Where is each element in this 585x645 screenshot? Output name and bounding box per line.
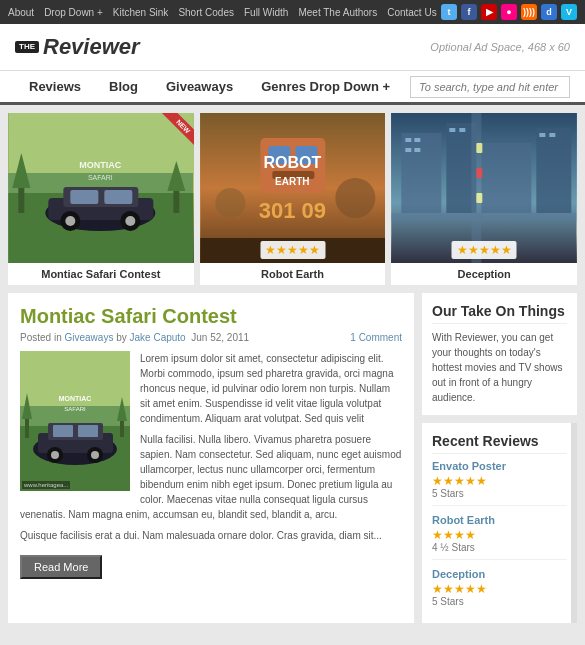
logo-text: Reviewer	[43, 34, 140, 60]
nav-search	[410, 76, 570, 98]
flickr-icon[interactable]: ●	[501, 4, 517, 20]
stars-display-robot: ★★★★★	[265, 243, 320, 257]
review-rating-2: 5 Stars	[432, 596, 567, 607]
content-area: MONTIAC SAFARI NEW Montiac Safari Contes…	[0, 105, 585, 631]
review-title-1[interactable]: Robot Earth	[432, 514, 567, 526]
topbar-link-about[interactable]: About	[8, 7, 34, 18]
logo-area: THE Reviewer	[15, 34, 140, 60]
card-stars-deception: ★★★★★	[452, 241, 517, 259]
social-icons: t f ▶ ● )))) d V	[441, 4, 577, 20]
post-body-p3: Quisque facilisis erat a dui. Nam malesu…	[20, 528, 402, 543]
topbar-link-authors[interactable]: Meet The Authors	[298, 7, 377, 18]
svg-rect-34	[392, 213, 577, 221]
review-title-2[interactable]: Deception	[432, 568, 567, 580]
rss-icon[interactable]: ))))	[521, 4, 537, 20]
nav-genres[interactable]: Genres Drop Down +	[247, 71, 404, 105]
read-more-button[interactable]: Read More	[20, 555, 102, 579]
svg-rect-43	[450, 128, 456, 132]
svg-rect-61	[25, 416, 29, 438]
nav-blog[interactable]: Blog	[95, 71, 152, 105]
main-nav: Reviews Blog Giveaways Genres Drop Down …	[0, 71, 585, 105]
svg-point-28	[335, 178, 375, 218]
topbar-link-contact[interactable]: Contact Us	[387, 7, 436, 18]
post-author-link[interactable]: Jake Caputo	[130, 332, 186, 343]
svg-rect-16	[173, 188, 179, 213]
post-image: MONTIAC SAFARI www.heritagea...	[20, 351, 130, 491]
search-input[interactable]	[410, 76, 570, 98]
site-header: THE Reviewer Optional Ad Space, 468 x 60	[0, 24, 585, 71]
svg-rect-38	[477, 193, 483, 203]
post-image-watermark: www.heritagea...	[22, 481, 70, 489]
svg-point-58	[91, 451, 99, 459]
blog-main: Montiac Safari Contest Posted in Giveawa…	[8, 293, 414, 623]
blog-section: Montiac Safari Contest Posted in Giveawa…	[8, 293, 577, 623]
twitter-icon[interactable]: t	[441, 4, 457, 20]
card-stars-robot: ★★★★★	[260, 241, 325, 259]
svg-rect-6	[70, 190, 98, 204]
review-rating-1: 4 ½ Stars	[432, 542, 567, 553]
review-stars-1: ★★★★	[432, 528, 476, 542]
svg-text:SAFARI: SAFARI	[64, 406, 86, 412]
svg-rect-40	[415, 138, 421, 142]
svg-rect-30	[402, 133, 442, 213]
post-content: MONTIAC SAFARI www.heritagea... Lorem ip…	[20, 351, 402, 549]
svg-text:301 09: 301 09	[258, 198, 325, 223]
review-item-1: Robot Earth ★★★★ 4 ½ Stars	[432, 514, 567, 560]
review-rating-0: 5 Stars	[432, 488, 567, 499]
svg-point-27	[215, 188, 245, 218]
youtube-icon[interactable]: ▶	[481, 4, 497, 20]
post-date: Jun 52, 2011	[191, 332, 249, 343]
our-take-box: Our Take On Things With Reviewer, you ca…	[422, 293, 577, 415]
card-title-montiac: Montiac Safari Contest	[8, 263, 194, 285]
top-bar: About Drop Down + Kitchen Sink Short Cod…	[0, 0, 585, 24]
nav-reviews[interactable]: Reviews	[15, 71, 95, 105]
review-item-2: Deception ★★★★★ 5 Stars	[432, 568, 567, 613]
svg-rect-36	[477, 143, 483, 153]
topbar-link-fullwidth[interactable]: Full Width	[244, 7, 288, 18]
svg-rect-33	[537, 128, 572, 213]
review-stars-0: ★★★★★	[432, 474, 487, 488]
featured-card-robot[interactable]: ROBOT EARTH 301 09 ★★★★★ Robot Earth	[200, 113, 386, 285]
post-comment-link[interactable]: 1 Comment	[350, 332, 402, 343]
svg-text:MONTIAC: MONTIAC	[79, 160, 121, 170]
svg-text:MONTIAC: MONTIAC	[59, 395, 92, 402]
svg-rect-44	[460, 128, 466, 132]
svg-rect-53	[53, 425, 73, 437]
svg-text:EARTH: EARTH	[275, 176, 309, 187]
featured-card-montiac[interactable]: MONTIAC SAFARI NEW Montiac Safari Contes…	[8, 113, 194, 285]
svg-rect-54	[78, 425, 98, 437]
review-title-0[interactable]: Envato Poster	[432, 460, 567, 472]
svg-rect-42	[415, 148, 421, 152]
recent-reviews-title: Recent Reviews	[432, 433, 567, 454]
card-title-robot: Robot Earth	[200, 263, 386, 285]
post-category-link[interactable]: Giveaways	[64, 332, 113, 343]
card-image-montiac: MONTIAC SAFARI NEW	[8, 113, 194, 263]
top-bar-links: About Drop Down + Kitchen Sink Short Cod…	[8, 7, 437, 18]
svg-rect-37	[477, 168, 483, 178]
nav-giveaways[interactable]: Giveaways	[152, 71, 247, 105]
post-title: Montiac Safari Contest	[20, 305, 402, 328]
topbar-link-dropdown[interactable]: Drop Down +	[44, 7, 103, 18]
svg-rect-45	[540, 133, 546, 137]
topbar-link-kitchen[interactable]: Kitchen Sink	[113, 7, 169, 18]
vimeo-icon[interactable]: V	[561, 4, 577, 20]
card-image-deception: ★★★★★	[391, 113, 577, 263]
featured-card-deception[interactable]: ★★★★★ Deception	[391, 113, 577, 285]
our-take-description: With Reviewer, you can get your thoughts…	[432, 330, 567, 405]
nav-links: Reviews Blog Giveaways Genres Drop Down …	[15, 71, 404, 102]
svg-text:SAFARI: SAFARI	[88, 174, 113, 181]
topbar-link-shortcodes[interactable]: Short Codes	[178, 7, 234, 18]
svg-rect-46	[550, 133, 556, 137]
card-image-robot: ROBOT EARTH 301 09 ★★★★★	[200, 113, 386, 263]
svg-rect-63	[120, 419, 124, 437]
svg-point-11	[125, 216, 135, 226]
delicious-icon[interactable]: d	[541, 4, 557, 20]
facebook-icon[interactable]: f	[461, 4, 477, 20]
card-title-deception: Deception	[391, 263, 577, 285]
svg-rect-41	[406, 148, 412, 152]
ad-space: Optional Ad Space, 468 x 60	[430, 41, 570, 53]
blog-sidebar: Our Take On Things With Reviewer, you ca…	[422, 293, 577, 623]
recent-reviews-box: Recent Reviews Envato Poster ★★★★★ 5 Sta…	[422, 423, 577, 623]
our-take-title: Our Take On Things	[432, 303, 567, 324]
post-meta: Posted in Giveaways by Jake Caputo Jun 5…	[20, 332, 402, 343]
